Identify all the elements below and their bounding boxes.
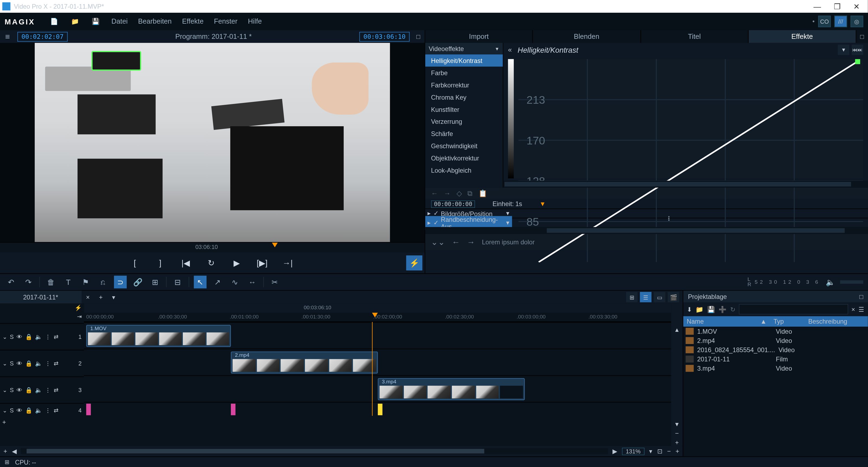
kf-timecode[interactable]: 00:00:00:00: [431, 200, 475, 208]
folder-icon[interactable]: 📁: [695, 305, 704, 313]
redo-button[interactable]: ↷: [22, 275, 35, 288]
mark-in-button[interactable]: [: [129, 257, 141, 269]
fx-item-farbe[interactable]: Farbe: [425, 66, 503, 79]
zoom-value[interactable]: 131%: [622, 447, 645, 455]
list-item[interactable]: 1.MOVVideo: [683, 327, 868, 336]
tab-import[interactable]: Import: [425, 30, 533, 43]
marker-yellow[interactable]: [378, 404, 382, 415]
play-button[interactable]: ▶: [230, 257, 243, 269]
sort-asc-icon[interactable]: ▲: [760, 316, 767, 327]
volume-slider[interactable]: [840, 280, 863, 284]
go-start-button[interactable]: |◀: [179, 257, 192, 269]
timeline-ruler[interactable]: 00:00:00;00 .00:00:30;00 .00:01:00;00 .0…: [84, 313, 671, 322]
cut-tool[interactable]: ✂: [269, 275, 281, 288]
marker-pink[interactable]: [86, 404, 91, 415]
delete-button[interactable]: 🗑: [44, 275, 57, 288]
video-preview[interactable]: [35, 43, 390, 242]
view-list-icon[interactable]: ☰: [859, 305, 864, 313]
fx-scrollbar[interactable]: [503, 180, 868, 187]
menu-bearbeiten[interactable]: Bearbeiten: [138, 18, 172, 26]
panel-maximize-icon[interactable]: □: [859, 293, 863, 300]
menu-datei[interactable]: Datei: [112, 18, 128, 26]
list-item[interactable]: 2.mp4Video: [683, 336, 868, 345]
timeline-hscroll[interactable]: [21, 448, 608, 454]
dot-icon[interactable]: •: [812, 18, 814, 25]
track-header-3[interactable]: ⌄S👁🔒🔈⋮⇄3: [0, 376, 84, 403]
menu-hilfe[interactable]: Hilfe: [248, 18, 262, 26]
add-track-button[interactable]: +: [2, 419, 6, 426]
back-icon[interactable]: «: [508, 46, 512, 54]
timecode-out[interactable]: 00:03:06:10: [360, 31, 410, 41]
curve-editor[interactable]: 213 170 128 85: [508, 59, 863, 178]
zoom-in-icon[interactable]: +: [675, 448, 679, 455]
fx-item-schaerfe[interactable]: Schärfe: [425, 127, 503, 140]
zoom-dropdown-icon[interactable]: ▾: [649, 447, 653, 455]
zoom-out-icon[interactable]: −: [667, 448, 671, 455]
refresh-icon[interactable]: ↻: [730, 305, 735, 313]
speaker-icon[interactable]: 🔈: [824, 275, 837, 288]
ripple-button[interactable]: ⊃: [114, 275, 127, 288]
title-button[interactable]: T: [62, 275, 74, 288]
track-4[interactable]: [84, 402, 671, 416]
play-range-button[interactable]: [▶]: [256, 257, 269, 269]
preview-menu-icon[interactable]: ≡: [2, 32, 13, 41]
arrow2-tool[interactable]: ↗: [211, 275, 224, 288]
fx-item-helligkeit[interactable]: Helligkeit/Kontrast: [425, 55, 503, 67]
kf-next-icon[interactable]: →: [444, 189, 451, 197]
kf-copy-icon[interactable]: ⧉: [467, 189, 472, 197]
close-button[interactable]: ✕: [854, 2, 860, 10]
hint-fwd-icon[interactable]: →: [467, 238, 475, 247]
group-button[interactable]: ⊞: [149, 275, 161, 288]
preview-ruler[interactable]: 03:06:10: [0, 242, 425, 253]
fx-item-verzerrung[interactable]: Verzerrung: [425, 115, 503, 127]
save-icon[interactable]: 💾: [91, 16, 101, 27]
fx-group-dropdown[interactable]: Videoeffekte ▼: [425, 43, 503, 55]
add-marker-button[interactable]: +: [3, 448, 7, 455]
kf-hscroll[interactable]: [425, 227, 868, 234]
minimize-button[interactable]: —: [813, 2, 821, 10]
tab-blenden[interactable]: Blenden: [533, 30, 641, 43]
list-item[interactable]: 2017-01-11Film: [683, 354, 868, 363]
lightning-button[interactable]: ⚡: [406, 256, 422, 270]
list-item[interactable]: 2016_0824_185554_001....Video: [683, 345, 868, 354]
timecode-in[interactable]: 00:02:02:07: [18, 31, 67, 41]
menu-effekte[interactable]: Effekte: [182, 18, 204, 26]
kf-prev-icon[interactable]: ←: [431, 189, 438, 197]
track-1[interactable]: 1.MOV: [84, 322, 671, 349]
timeline-ruler-top[interactable]: 00:03:06:10: [84, 303, 671, 313]
clip-3mp4[interactable]: 3.mp4: [378, 378, 525, 400]
save-icon[interactable]: 💾: [707, 305, 715, 313]
scroll-up-icon[interactable]: ▲: [674, 327, 680, 333]
clip-2mp4[interactable]: 2.mp4: [231, 352, 378, 374]
marker-button[interactable]: ⚑: [79, 275, 92, 288]
lock-small-icon[interactable]: ⇥: [77, 313, 82, 320]
arrow-tool[interactable]: ↖: [194, 275, 207, 288]
scroll-down-icon[interactable]: ▼: [674, 421, 680, 427]
fx-item-geschwindigkeit[interactable]: Geschwindigkeit: [425, 140, 503, 152]
list-item[interactable]: 3.mp4Video: [683, 364, 868, 373]
checkbox-icon[interactable]: ✓: [433, 219, 439, 227]
new-file-icon[interactable]: 📄: [49, 16, 59, 27]
tab-titel[interactable]: Titel: [641, 30, 748, 43]
col-beschreibung[interactable]: Beschreibung: [805, 316, 850, 327]
zoom-out-v-icon[interactable]: −: [675, 430, 679, 437]
split-button[interactable]: ⎌: [97, 275, 109, 288]
fx-item-kunstfilter[interactable]: Kunstfilter: [425, 103, 503, 115]
col-name[interactable]: Name: [687, 316, 704, 327]
collapse-icon[interactable]: ⌄⌄: [431, 238, 445, 247]
lightning-small-icon[interactable]: ⚡: [74, 304, 82, 311]
add-folder-icon[interactable]: ➕: [718, 305, 727, 313]
kf-add-icon[interactable]: ◇: [457, 189, 462, 197]
fx-item-chromakey[interactable]: Chroma Key: [425, 91, 503, 103]
marker-pink[interactable]: [231, 404, 236, 415]
tab-close-icon[interactable]: ×: [82, 293, 94, 300]
mode-btn-2[interactable]: ///: [834, 16, 847, 27]
go-end-button[interactable]: →|: [281, 257, 294, 269]
search-input[interactable]: [739, 304, 848, 314]
menu-fenster[interactable]: Fenster: [214, 18, 238, 26]
tab-effekte[interactable]: Effekte: [749, 30, 856, 43]
fx-item-objektivkorrektur[interactable]: Objektivkorrektur: [425, 152, 503, 164]
track-header-2[interactable]: ⌄S👁🔒🔈⋮⇄2: [0, 350, 84, 376]
track-header-1[interactable]: ⌄S👁🔒🔈⋮⇄1: [0, 323, 84, 350]
undo-button[interactable]: ↶: [5, 275, 18, 288]
